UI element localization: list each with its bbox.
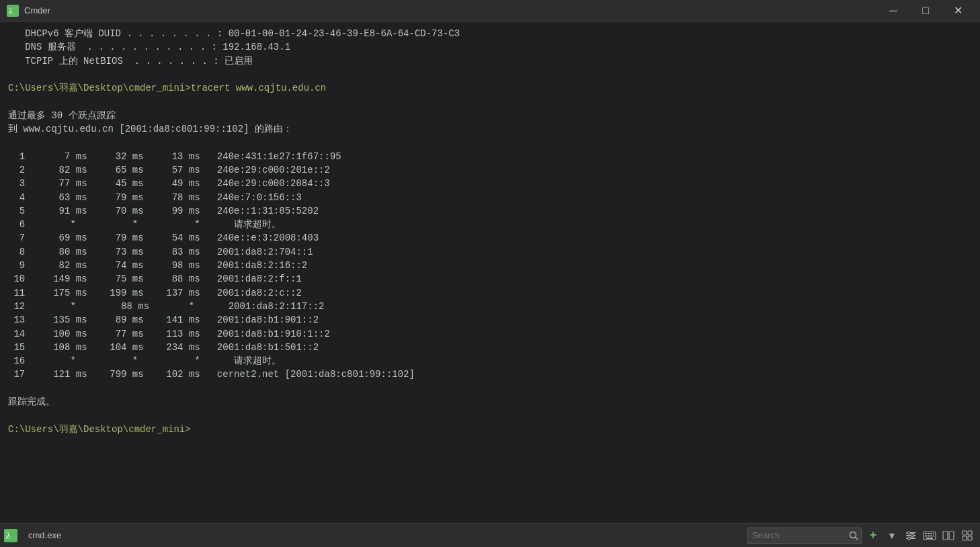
svg-rect-16 — [933, 533, 934, 534]
keyboard-icon[interactable] — [921, 527, 938, 544]
svg-point-10 — [911, 534, 913, 537]
close-button[interactable]: ✕ — [942, 0, 973, 22]
info-line: DHCPv6 客户端 DUID . . . . . . . . : 00-01-… — [8, 27, 972, 40]
trace-row: 8 80 ms 73 ms 83 ms 2001:da8:2:704::1 — [8, 245, 972, 259]
info-line: DNS 服务器 . . . . . . . . . . . : 192.168.… — [8, 40, 972, 54]
svg-text:λ: λ — [8, 6, 13, 16]
trace-row: 5 91 ms 70 ms 99 ms 240e::1:31:85:5202 — [8, 204, 972, 218]
trace-row: 17 121 ms 799 ms 102 ms cernet2.net [200… — [8, 368, 972, 381]
trace-row: 13 135 ms 89 ms 141 ms 2001:da8:b1:901::… — [8, 313, 972, 327]
dropdown-button[interactable]: ▼ — [883, 527, 901, 544]
trace-row: 14 100 ms 77 ms 113 ms 2001:da8:b1:910:1… — [8, 327, 972, 341]
trace-header-1: 通过最多 30 个跃点跟踪 — [8, 109, 972, 122]
blank-line — [8, 68, 972, 81]
status-icons: + ▼ — [864, 527, 976, 544]
status-bar: λ cmd.exe + ▼ — [0, 523, 980, 547]
svg-line-5 — [856, 537, 858, 540]
svg-point-11 — [907, 537, 910, 540]
svg-text:λ: λ — [5, 531, 10, 541]
svg-rect-18 — [928, 535, 930, 536]
blank-line — [8, 409, 972, 422]
blank-line — [8, 95, 972, 108]
settings-icon[interactable] — [902, 527, 920, 544]
trace-complete: 跟踪完成。 — [8, 395, 972, 409]
svg-rect-24 — [963, 531, 967, 535]
info-line: TCPIP 上的 NetBIOS . . . . . . . : 已启用 — [8, 54, 972, 68]
trace-row: 9 82 ms 74 ms 98 ms 2001:da8:2:16::2 — [8, 259, 972, 272]
svg-rect-27 — [968, 536, 972, 540]
tab-label[interactable]: cmd.exe — [22, 530, 68, 540]
title-bar: λ Cmder ─ □ ✕ — [0, 0, 980, 22]
prompt-line: C:\Users\羽嘉\Desktop\cmder_mini> — [8, 423, 972, 436]
trace-header-2: 到 www.cqjtu.edu.cn [2001:da8:c801:99::10… — [8, 122, 972, 136]
svg-rect-26 — [963, 536, 967, 540]
status-logo-icon: λ — [4, 529, 17, 542]
command-line: C:\Users\羽嘉\Desktop\cmder_mini>tracert w… — [8, 81, 972, 95]
search-box[interactable] — [747, 528, 862, 544]
svg-rect-17 — [925, 535, 927, 536]
svg-rect-21 — [926, 538, 933, 539]
more-icon[interactable] — [958, 527, 976, 544]
search-icon[interactable] — [846, 528, 861, 543]
trace-row: 10 149 ms 75 ms 88 ms 2001:da8:2:f::1 — [8, 272, 972, 286]
svg-rect-15 — [930, 533, 932, 534]
terminal-output: DHCPv6 客户端 DUID . . . . . . . . : 00-01-… — [0, 22, 980, 523]
svg-rect-22 — [943, 532, 948, 540]
minimize-button[interactable]: ─ — [878, 0, 909, 22]
trace-row: 4 63 ms 79 ms 78 ms 240e:7:0:156::3 — [8, 191, 972, 204]
trace-row: 11 175 ms 199 ms 137 ms 2001:da8:2:c::2 — [8, 286, 972, 300]
trace-row: 6 * * * 请求超时。 — [8, 218, 972, 231]
svg-rect-20 — [933, 535, 934, 536]
trace-row: 3 77 ms 45 ms 49 ms 240e:29:c000:2084::3 — [8, 177, 972, 190]
svg-rect-13 — [925, 533, 927, 534]
search-input[interactable] — [748, 530, 846, 540]
svg-rect-19 — [930, 535, 932, 536]
svg-rect-25 — [968, 531, 972, 535]
trace-row: 2 82 ms 65 ms 57 ms 240e:29:c000:201e::2 — [8, 163, 972, 177]
layout-icon[interactable] — [940, 527, 957, 544]
trace-row: 16 * * * 请求超时。 — [8, 354, 972, 368]
trace-row: 12 * 88 ms * 2001:da8:2:117::2 — [8, 300, 972, 313]
cmder-logo: λ — [7, 5, 19, 17]
window-controls: ─ □ ✕ — [878, 0, 973, 22]
blank-line — [8, 382, 972, 395]
add-tab-button[interactable]: + — [864, 527, 882, 544]
maximize-button[interactable]: □ — [910, 0, 941, 22]
trace-row: 15 108 ms 104 ms 234 ms 2001:da8:b1:501:… — [8, 341, 972, 354]
trace-row: 1 7 ms 32 ms 13 ms 240e:431:1e27:1f67::9… — [8, 150, 972, 163]
blank-line — [8, 136, 972, 149]
svg-rect-23 — [949, 532, 954, 540]
window-title: Cmder — [24, 5, 878, 15]
svg-point-9 — [907, 532, 910, 534]
trace-row: 7 69 ms 79 ms 54 ms 240e::e:3:2008:403 — [8, 231, 972, 245]
svg-rect-14 — [928, 533, 930, 534]
